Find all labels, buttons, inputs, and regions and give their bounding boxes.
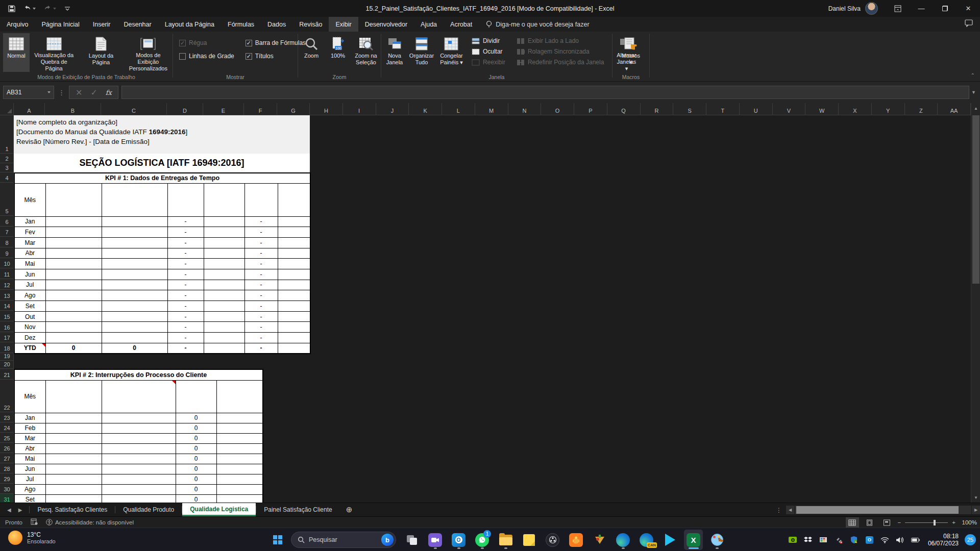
formula-input[interactable] <box>121 86 969 99</box>
kpi1-table-cell[interactable] <box>204 216 244 227</box>
kpi1-table-cell[interactable] <box>102 216 167 227</box>
kpi1-table-cell[interactable]: - <box>244 322 278 333</box>
kpi1-table-cell[interactable]: - <box>167 227 204 238</box>
row-header-31[interactable]: 31 <box>0 494 14 503</box>
row-header-13[interactable]: 13 <box>0 290 14 300</box>
name-box-dropdown-icon[interactable] <box>47 91 51 93</box>
kpi2-table-cell[interactable] <box>216 474 263 484</box>
obs-studio-icon[interactable] <box>543 530 562 550</box>
kpi1-table-header-cell[interactable]: Mês <box>14 183 45 216</box>
undo-button[interactable] <box>23 5 36 12</box>
row-header-4[interactable]: 4 <box>0 172 14 183</box>
notification-badge[interactable]: 25 <box>965 534 976 545</box>
user-avatar[interactable] <box>865 2 878 15</box>
kpi2-table-cell[interactable]: Mar <box>14 433 45 443</box>
kpi1-table-cell[interactable] <box>102 227 167 238</box>
kpi1-table-cell[interactable] <box>278 333 310 343</box>
wifi-icon[interactable] <box>880 536 889 544</box>
kpi1-table-cell[interactable]: - <box>244 248 278 259</box>
kpi2-table-cell[interactable]: Jul <box>14 474 45 484</box>
zoom-button[interactable]: Zoom <box>298 33 325 72</box>
ribbon-tab-f-rmulas[interactable]: Fórmulas <box>221 17 261 32</box>
hide-button[interactable]: Ocultar <box>472 48 505 55</box>
kpi1-table-cell[interactable] <box>204 333 244 343</box>
kpi1-table-cell[interactable] <box>45 333 102 343</box>
dropbox-icon[interactable] <box>804 536 813 544</box>
kpi2-table-cell[interactable]: 0 <box>176 484 216 494</box>
split-button[interactable]: Dividir <box>472 37 505 44</box>
kpi2-table-cell[interactable] <box>216 484 263 494</box>
kpi1-table-cell[interactable] <box>204 280 244 290</box>
kpi1-table-cell[interactable] <box>278 237 310 248</box>
kpi2-table-cell[interactable]: Ago <box>14 484 45 494</box>
nvidia-icon[interactable] <box>789 536 797 544</box>
kpi2-table-cell[interactable]: Set <box>14 494 45 503</box>
ribbon-tab-acrobat[interactable]: Acrobat <box>444 17 479 32</box>
kpi2-table-cell[interactable] <box>216 494 263 503</box>
custom-views-button[interactable]: Modos de Exibição Personalizados <box>124 33 173 72</box>
page-layout-view-button[interactable]: Layout da Página <box>78 33 124 72</box>
kpi1-table-cell[interactable] <box>204 248 244 259</box>
row-header-24[interactable]: 24 <box>0 422 14 433</box>
customize-quick-access-icon[interactable] <box>64 6 70 12</box>
kpi1-table-header-cell[interactable] <box>102 183 167 216</box>
new-sheet-button[interactable]: ⊕ <box>340 503 359 516</box>
kpi1-table-cell[interactable]: Ago <box>14 290 45 301</box>
kpi2-table-cell[interactable]: 0 <box>176 454 216 464</box>
kpi2-table-cell[interactable] <box>102 443 176 454</box>
sticky-notes-icon[interactable] <box>520 530 538 550</box>
outlook-tray-icon[interactable]: O <box>865 536 874 544</box>
kpi1-table-cell[interactable] <box>278 216 310 227</box>
column-header-M[interactable]: M <box>475 103 508 115</box>
kpi1-table-cell[interactable]: - <box>244 259 278 269</box>
ribbon-tab-desenhar[interactable]: Desenhar <box>117 17 158 32</box>
column-header-R[interactable]: R <box>641 103 674 115</box>
kpi1-table-ytd-cell[interactable] <box>204 343 244 354</box>
kpi1-table-cell[interactable]: - <box>167 216 204 227</box>
ribbon-tab-layout-da-p-gina[interactable]: Layout da Página <box>158 17 221 32</box>
row-header-10[interactable]: 10 <box>0 258 14 269</box>
kpi1-table-cell[interactable] <box>204 259 244 269</box>
kpi2-table-cell[interactable] <box>102 454 176 464</box>
kpi1-table-header-cell[interactable] <box>278 183 310 216</box>
kpi2-table-cell[interactable]: Jan <box>14 413 45 423</box>
kpi2-table-header-cell[interactable] <box>216 380 263 413</box>
row-header-14[interactable]: 14 <box>0 300 14 311</box>
kpi1-table-cell[interactable]: Jun <box>14 269 45 280</box>
kpi2-table-header-cell[interactable] <box>45 380 102 413</box>
kpi1-table-cell[interactable]: - <box>244 227 278 238</box>
edge-canary-icon[interactable]: CAN <box>637 530 656 550</box>
kpi1-table-cell[interactable]: - <box>244 216 278 227</box>
kpi2-table-cell[interactable]: Jun <box>14 464 45 474</box>
row-header-17[interactable]: 17 <box>0 332 14 343</box>
column-header-F[interactable]: F <box>244 103 277 115</box>
page-break-toggle[interactable] <box>880 517 894 528</box>
expand-formula-bar-icon[interactable]: ▼ <box>971 90 976 95</box>
vertical-scrollbar[interactable]: ▲ ▼ <box>971 103 980 503</box>
zoom-to-selection-button[interactable]: Zoom na Seleção <box>351 33 381 72</box>
macros-button[interactable]: Macros▾ <box>618 33 644 72</box>
kpi1-table-cell[interactable]: Abr <box>14 248 45 259</box>
page-layout-toggle[interactable] <box>863 517 876 528</box>
row-header-19[interactable]: 19 <box>0 353 14 361</box>
kpi1-table-cell[interactable] <box>102 259 167 269</box>
kpi1-table-ytd-cell[interactable] <box>278 343 310 354</box>
kpi1-table-cell[interactable]: - <box>167 333 204 343</box>
kpi1-table-cell[interactable]: - <box>167 322 204 333</box>
kpi2-table-header-cell[interactable] <box>176 380 216 413</box>
task-view-icon[interactable] <box>402 530 421 550</box>
column-header-L[interactable]: L <box>442 103 475 115</box>
column-header-X[interactable]: X <box>839 103 872 115</box>
kpi2-table-cell[interactable] <box>45 464 102 474</box>
column-header-W[interactable]: W <box>805 103 839 115</box>
plug-disconnected-icon[interactable] <box>835 536 843 544</box>
kpi1-table-cell[interactable] <box>278 280 310 290</box>
kpi1-table-cell[interactable] <box>45 322 102 333</box>
redo-button[interactable] <box>44 5 56 12</box>
arrange-all-button[interactable]: Organizar Tudo <box>408 33 435 72</box>
kpi1-table-header-cell[interactable] <box>244 183 278 216</box>
kpi1-table-cell[interactable]: Nov <box>14 322 45 333</box>
kpi1-table-cell[interactable]: - <box>244 301 278 312</box>
kpi1-table-ytd-cell[interactable]: 0 <box>45 343 102 354</box>
minimize-button[interactable]: — <box>910 0 933 17</box>
